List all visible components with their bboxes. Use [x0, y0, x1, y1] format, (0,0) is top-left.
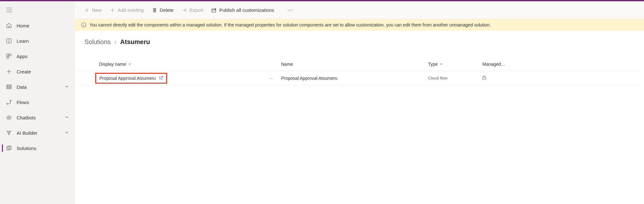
- svg-rect-7: [7, 116, 11, 119]
- svg-point-12: [8, 133, 10, 135]
- sidebar-item-chatbots[interactable]: Chatbots: [0, 110, 74, 125]
- data-icon: [6, 84, 12, 90]
- sidebar-item-label: Create: [17, 69, 69, 74]
- svg-rect-1: [7, 54, 9, 56]
- chevron-right-icon: [114, 38, 117, 46]
- cmd-label: Add existing: [118, 7, 144, 13]
- chevron-down-icon: [65, 130, 69, 135]
- sidebar-item-create[interactable]: Create: [0, 64, 74, 79]
- row-more-actions[interactable]: ···: [262, 76, 281, 81]
- sidebar-item-flows[interactable]: Flows: [0, 94, 74, 110]
- sidebar-item-label: Chatbots: [17, 115, 65, 120]
- sidebar-item-learn[interactable]: Learn: [0, 33, 74, 49]
- row-type: Cloud flow: [428, 76, 482, 80]
- chevron-down-icon: [440, 63, 443, 66]
- components-grid: Display name Name Type Managed… Proposal…: [78, 57, 641, 85]
- cmd-label: Publish all customizations: [219, 7, 274, 13]
- header-display-name[interactable]: Display name: [96, 62, 262, 67]
- cmd-more[interactable]: ···: [284, 6, 296, 15]
- command-bar: New Add existing Delete Export: [75, 1, 644, 19]
- svg-rect-13: [7, 147, 10, 150]
- breadcrumb: Solutions Atsumeru: [75, 31, 644, 48]
- grid-header-row: Display name Name Type Managed…: [78, 57, 641, 71]
- header-name[interactable]: Name: [281, 62, 428, 67]
- row-managed: [482, 75, 641, 81]
- header-type[interactable]: Type: [428, 62, 482, 67]
- sidebar-item-solutions[interactable]: Solutions: [0, 140, 74, 156]
- solutions-icon: [6, 145, 12, 151]
- flow-icon: [6, 99, 12, 105]
- table-row[interactable]: Proposal Approval Atsumeru ··· Proposal …: [78, 71, 641, 85]
- hamburger-button[interactable]: [0, 4, 74, 18]
- svg-rect-2: [9, 54, 11, 56]
- lock-icon: [482, 76, 486, 81]
- svg-point-11: [10, 131, 11, 132]
- cmd-label: New: [92, 7, 102, 13]
- trash-icon: [152, 8, 157, 13]
- plus-icon: [6, 68, 12, 75]
- ai-icon: [6, 130, 12, 136]
- sidebar-item-aibuilder[interactable]: AI Builder: [0, 125, 74, 140]
- publish-icon: [211, 8, 217, 13]
- row-display-text: Proposal Approval Atsumeru: [99, 76, 156, 81]
- svg-rect-14: [8, 146, 11, 149]
- sidebar-item-apps[interactable]: Apps: [0, 49, 74, 64]
- cmd-label: Export: [189, 7, 203, 13]
- header-label: Display name: [99, 62, 126, 67]
- apps-icon: [6, 53, 12, 59]
- cmd-add-existing[interactable]: Add existing: [107, 5, 147, 15]
- breadcrumb-root[interactable]: Solutions: [84, 38, 111, 46]
- cmd-new[interactable]: New: [81, 5, 105, 15]
- row-name: Proposal Approval Atsumeru: [281, 76, 428, 81]
- svg-point-10: [7, 131, 8, 132]
- sidebar-item-home[interactable]: Home: [0, 18, 74, 33]
- svg-point-8: [8, 117, 9, 118]
- export-icon: [182, 8, 187, 13]
- info-icon: [81, 22, 86, 27]
- svg-point-9: [9, 117, 10, 118]
- sidebar-item-label: Data: [17, 84, 65, 90]
- svg-point-5: [7, 103, 8, 104]
- header-label: Type: [428, 62, 438, 67]
- chevron-down-icon: [65, 115, 69, 120]
- chevron-down-icon: [128, 63, 131, 66]
- svg-rect-4: [7, 85, 11, 89]
- hamburger-icon: [6, 8, 12, 12]
- open-external-icon[interactable]: [159, 76, 163, 81]
- book-icon: [6, 38, 12, 44]
- chatbot-icon: [6, 114, 12, 121]
- row-display-link[interactable]: Proposal Approval Atsumeru: [95, 73, 167, 84]
- main-content: New Add existing Delete Export: [75, 1, 644, 204]
- plus-icon: [84, 8, 89, 13]
- svg-point-6: [10, 100, 11, 101]
- sidebar-item-label: Solutions: [17, 146, 69, 151]
- sidebar-item-label: AI Builder: [17, 130, 65, 136]
- header-managed[interactable]: Managed…: [482, 62, 641, 67]
- sidebar-item-label: Apps: [17, 54, 69, 59]
- cmd-label: Delete: [160, 7, 173, 13]
- chevron-down-icon: [65, 84, 69, 89]
- sidebar: Home Learn Apps Create: [0, 1, 75, 204]
- plus-icon: [110, 8, 115, 13]
- home-icon: [6, 22, 12, 29]
- breadcrumb-current: Atsumeru: [120, 38, 150, 46]
- sidebar-item-data[interactable]: Data: [0, 79, 74, 94]
- cmd-publish[interactable]: Publish all customizations: [208, 5, 277, 15]
- svg-rect-3: [7, 57, 9, 58]
- sidebar-item-label: Flows: [17, 100, 69, 105]
- banner-text: You cannot directly edit the components …: [89, 22, 491, 27]
- info-banner: You cannot directly edit the components …: [75, 19, 644, 31]
- cmd-export[interactable]: Export: [179, 5, 206, 15]
- sidebar-item-label: Home: [17, 23, 69, 28]
- cmd-delete[interactable]: Delete: [149, 5, 177, 15]
- svg-rect-17: [483, 77, 486, 79]
- sidebar-item-label: Learn: [17, 38, 69, 44]
